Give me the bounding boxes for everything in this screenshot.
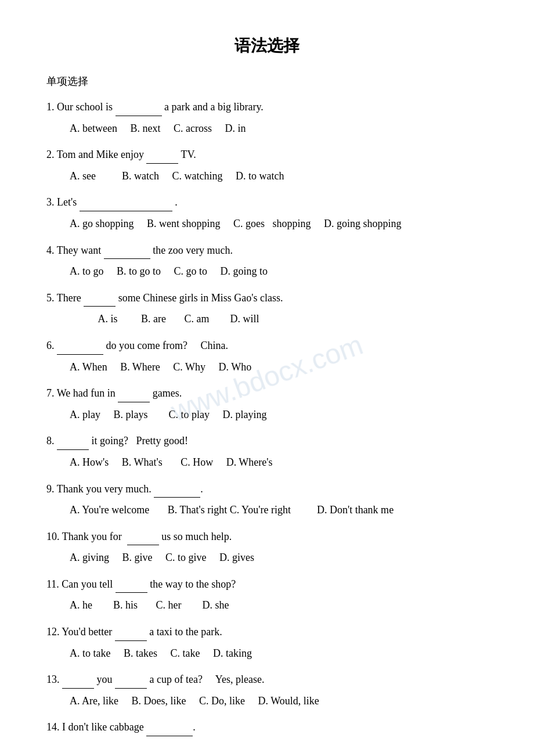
question-14-text: 14. I don't like cabbage . — [46, 718, 488, 736]
question-2: 2. Tom and Mike enjoy TV. A. see B. watc… — [46, 145, 488, 185]
question-2-options: A. see B. watch C. watching D. to watch — [70, 167, 488, 185]
blank-13a — [62, 670, 94, 689]
question-7-options: A. play B. plays C. to play D. playing — [70, 406, 488, 424]
question-11-text: 11. Can you tell the way to the shop? — [46, 575, 488, 593]
question-4: 4. They want the zoo very much. A. to go… — [46, 241, 488, 280]
question-3: 3. Let's . A. go shopping B. went shoppi… — [46, 193, 488, 232]
question-10-text: 10. Thank you for us so much help. — [46, 527, 488, 546]
blank-13b — [115, 670, 147, 689]
question-8: 8. it going? Pretty good! A. How's B. Wh… — [46, 431, 488, 471]
question-1: 1. Our school is a park and a big librar… — [46, 98, 488, 137]
blank-5 — [84, 289, 116, 307]
blank-11 — [116, 575, 147, 593]
blank-9 — [154, 480, 200, 498]
question-4-options: A. to go B. to go to C. go to D. going t… — [70, 262, 488, 280]
blank-4 — [104, 241, 150, 260]
blank-10 — [127, 527, 159, 546]
question-8-options: A. How's B. What's C. How D. Where's — [70, 453, 488, 471]
question-7-text: 7. We had fun in games. — [46, 384, 488, 402]
question-13-options: A. Are, like B. Does, like C. Do, like D… — [70, 692, 488, 710]
question-12-options: A. to take B. takes C. take D. taking — [70, 645, 488, 663]
section-label: 单项选择 — [46, 74, 488, 88]
question-12-text: 12. You'd better a taxi to the park. — [46, 622, 488, 641]
question-11-options: A. he B. his C. her D. she — [70, 596, 488, 614]
question-7: 7. We had fun in games. A. play B. plays… — [46, 384, 488, 423]
blank-2 — [146, 145, 178, 164]
question-5: 5. There some Chinese girls in Miss Gao'… — [46, 289, 488, 328]
question-9-options: A. You're welcome B. That's right C. You… — [70, 501, 488, 519]
question-4-text: 4. They want the zoo very much. — [46, 241, 488, 260]
question-13: 13. you a cup of tea? Yes, please. A. Ar… — [46, 670, 488, 710]
question-10-options: A. giving B. give C. to give D. gives — [70, 549, 488, 567]
question-9-text: 9. Thank you very much. . — [46, 480, 488, 498]
question-1-text: 1. Our school is a park and a big librar… — [46, 98, 488, 116]
question-11: 11. Can you tell the way to the shop? A.… — [46, 575, 488, 614]
question-14: 14. I don't like cabbage . — [46, 718, 488, 736]
question-5-options: A. is B. are C. am D. will — [70, 310, 488, 328]
blank-1 — [116, 98, 162, 116]
blank-12 — [115, 622, 147, 641]
question-3-options: A. go shopping B. went shopping C. goes … — [70, 215, 488, 233]
question-2-text: 2. Tom and Mike enjoy TV. — [46, 145, 488, 164]
page-title: 语法选择 — [46, 35, 488, 57]
question-8-text: 8. it going? Pretty good! — [46, 431, 488, 450]
blank-7 — [118, 384, 150, 402]
blank-14 — [146, 718, 193, 736]
question-6: 6. do you come from? China. A. When B. W… — [46, 336, 488, 376]
question-10: 10. Thank you for us so much help. A. gi… — [46, 527, 488, 567]
question-13-text: 13. you a cup of tea? Yes, please. — [46, 670, 488, 689]
question-5-text: 5. There some Chinese girls in Miss Gao'… — [46, 289, 488, 307]
question-12: 12. You'd better a taxi to the park. A. … — [46, 622, 488, 662]
blank-8 — [57, 431, 89, 450]
question-6-text: 6. do you come from? China. — [46, 336, 488, 355]
question-1-options: A. between B. next C. across D. in — [70, 120, 488, 138]
questions-container: 1. Our school is a park and a big librar… — [46, 98, 488, 736]
question-9: 9. Thank you very much. . A. You're welc… — [46, 480, 488, 519]
question-6-options: A. When B. Where C. Why D. Who — [70, 358, 488, 376]
blank-6 — [57, 336, 103, 355]
question-3-text: 3. Let's . — [46, 193, 488, 211]
blank-3 — [80, 193, 172, 211]
